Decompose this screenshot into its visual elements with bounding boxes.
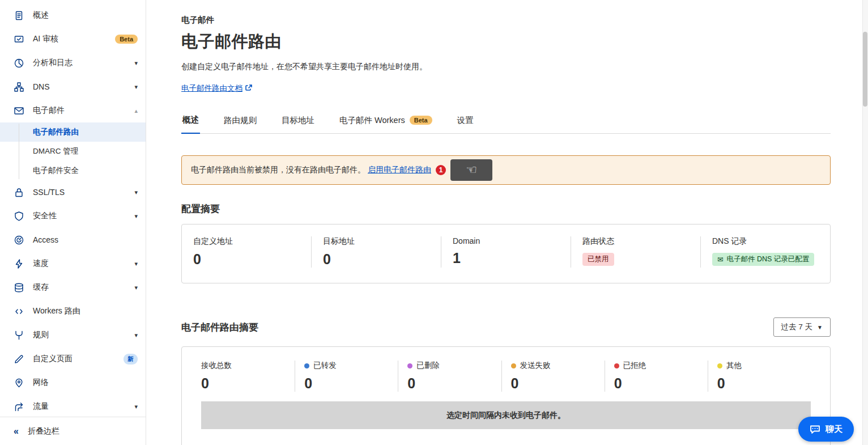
chevron-down-icon: ▾ xyxy=(134,213,138,220)
tab-settings[interactable]: 设置 xyxy=(456,109,475,133)
sidebar-item-workers-routes[interactable]: Workers 路由 xyxy=(0,299,146,323)
sidebar-item-dmarc[interactable]: DMARC 管理 xyxy=(0,142,146,161)
sidebar-item-speed[interactable]: 速度 ▾ xyxy=(0,252,146,276)
sidebar-item-label: 网络 xyxy=(33,378,138,388)
lock-icon xyxy=(14,187,24,197)
chat-icon xyxy=(810,424,820,435)
tab-label: 电子邮件 Workers xyxy=(339,115,405,126)
tab-overview[interactable]: 概述 xyxy=(181,109,200,134)
sidebar-item-traffic[interactable]: 流量 ▾ xyxy=(0,395,146,417)
legend-dot-dropped xyxy=(407,363,412,368)
sidebar-item-cache[interactable]: 缓存 ▾ xyxy=(0,276,146,299)
summary-label: 路由状态 xyxy=(582,236,689,247)
config-summary-title: 配置摘要 xyxy=(181,202,831,215)
sidebar-item-email-routing[interactable]: 电子邮件路由 xyxy=(0,122,146,142)
hand-pointer-icon: ☜ xyxy=(466,164,477,176)
sidebar-item-label: 缓存 xyxy=(33,282,131,293)
page-title: 电子邮件路由 xyxy=(181,31,831,53)
sidebar-item-label: Access xyxy=(33,235,138,244)
sidebar-item-ssl-tls[interactable]: SSL/TLS ▾ xyxy=(0,180,146,204)
sidebar-item-label: 概述 xyxy=(33,10,138,20)
tab-bar: 概述 路由规则 目标地址 电子邮件 Workers Beta 设置 xyxy=(181,109,831,134)
document-icon xyxy=(14,10,24,20)
vertical-scrollbar[interactable] xyxy=(862,0,868,445)
sidebar-item-email-security[interactable]: 电子邮件安全 xyxy=(0,161,146,180)
breadcrumb: 电子邮件 xyxy=(181,15,831,26)
email-submenu: 电子邮件路由 DMARC 管理 电子邮件安全 xyxy=(0,122,146,180)
sidebar-item-label: AI 审核 xyxy=(33,34,110,44)
stats-row: 接收总数 0 已转发 0 已删除 0 xyxy=(201,361,811,392)
sidebar-item-dns[interactable]: DNS ▾ xyxy=(0,75,146,99)
access-icon xyxy=(14,235,24,245)
chevron-down-icon: ▼ xyxy=(817,324,823,330)
chat-label: 聊天 xyxy=(826,424,843,435)
shield-icon xyxy=(14,211,24,221)
sidebar-item-label: SSL/TLS xyxy=(33,188,131,197)
time-range-dropdown[interactable]: 过去 7 天 ▼ xyxy=(773,317,831,337)
stat-label: 发送失败 xyxy=(520,361,551,371)
stat-forwarded: 已转发 0 xyxy=(295,361,398,392)
summary-value: 0 xyxy=(323,251,429,268)
dns-icon xyxy=(14,82,24,92)
summary-value: 0 xyxy=(193,251,300,268)
stat-label: 已拒绝 xyxy=(623,361,646,371)
tab-destination-addresses[interactable]: 目标地址 xyxy=(280,109,316,133)
stat-dropped: 已删除 0 xyxy=(398,361,501,392)
chat-button[interactable]: 聊天 xyxy=(798,417,854,442)
lightning-icon xyxy=(14,258,24,269)
analytics-icon xyxy=(14,58,24,68)
sidebar-item-analytics[interactable]: 分析和日志 ▾ xyxy=(0,51,146,75)
stat-total-received: 接收总数 0 xyxy=(201,361,295,392)
stat-label: 接收总数 xyxy=(201,361,232,371)
chevron-down-icon: ▾ xyxy=(134,189,138,196)
stat-label: 其他 xyxy=(726,361,742,371)
stat-value: 0 xyxy=(201,375,286,392)
tab-routing-rules[interactable]: 路由规则 xyxy=(223,109,258,133)
summary-label: 目标地址 xyxy=(323,236,429,247)
summary-label: Domain xyxy=(453,236,559,245)
sidebar-item-label: 电子邮件 xyxy=(33,105,131,116)
sidebar-item-rules[interactable]: 规则 ▾ xyxy=(0,323,146,347)
sidebar-item-label: 安全性 xyxy=(33,211,131,221)
code-brackets-icon xyxy=(14,306,24,316)
stat-delivery-failed: 发送失败 0 xyxy=(501,361,605,392)
collapse-label: 折叠边栏 xyxy=(28,426,59,436)
stat-value: 0 xyxy=(304,375,389,392)
tab-email-workers[interactable]: 电子邮件 Workers Beta xyxy=(338,109,433,133)
warning-text: 电子邮件路由当前被禁用，没有在路由电子邮件。 xyxy=(191,165,365,175)
sidebar-item-label: 自定义页面 xyxy=(33,354,119,364)
sidebar-item-ai-review[interactable]: AI 审核 Beta xyxy=(0,27,146,51)
stat-value: 0 xyxy=(614,375,699,392)
new-badge: 新 xyxy=(124,354,138,365)
chevron-down-icon: ▾ xyxy=(134,260,138,268)
stat-label: 已删除 xyxy=(416,361,440,371)
scrollbar-thumb[interactable] xyxy=(863,32,867,107)
sidebar-item-access[interactable]: Access xyxy=(0,228,146,252)
sidebar-item-label: 电子邮件路由 xyxy=(33,127,79,137)
sidebar-item-network[interactable]: 网络 xyxy=(0,371,146,395)
sidebar-item-label: DMARC 管理 xyxy=(33,146,78,156)
sidebar-item-label: 速度 xyxy=(33,258,131,269)
sidebar-item-email[interactable]: 电子邮件 ▴ xyxy=(0,99,146,122)
warning-banner: 电子邮件路由当前被禁用，没有在路由电子邮件。 启用电子邮件路由 1 ☜ xyxy=(181,155,831,185)
sidebar-item-label: 规则 xyxy=(33,330,131,340)
docs-link[interactable]: 电子邮件路由文档 xyxy=(181,83,252,94)
main-content: 电子邮件 电子邮件路由 创建自定义电子邮件地址，在您不希望共享主要电子邮件地址时… xyxy=(146,0,868,445)
summary-col-domain: Domain 1 xyxy=(441,236,571,268)
enable-email-routing-link[interactable]: 启用电子邮件路由 xyxy=(368,165,431,175)
time-range-label: 过去 7 天 xyxy=(781,322,813,332)
collapse-sidebar-button[interactable]: « 折叠边栏 xyxy=(0,417,146,445)
chevron-up-icon: ▴ xyxy=(134,107,138,115)
sidebar-nav: 概述 AI 审核 Beta 分析和日志 ▾ DNS xyxy=(0,3,146,417)
summary-col-routing-status: 路由状态 已禁用 xyxy=(571,236,700,268)
tab-label: 目标地址 xyxy=(282,115,314,126)
notification-badge: 1 xyxy=(436,165,446,175)
external-link-icon xyxy=(245,84,252,93)
sidebar-item-label: 流量 xyxy=(33,401,131,412)
sidebar-item-security[interactable]: 安全性 ▾ xyxy=(0,204,146,228)
sidebar-item-custom-pages[interactable]: 自定义页面 新 xyxy=(0,347,146,371)
envelope-icon: ✉ xyxy=(717,255,723,264)
stat-other: 其他 0 xyxy=(708,361,811,392)
sidebar-item-overview[interactable]: 概述 xyxy=(0,3,146,27)
beta-badge: Beta xyxy=(115,35,138,44)
